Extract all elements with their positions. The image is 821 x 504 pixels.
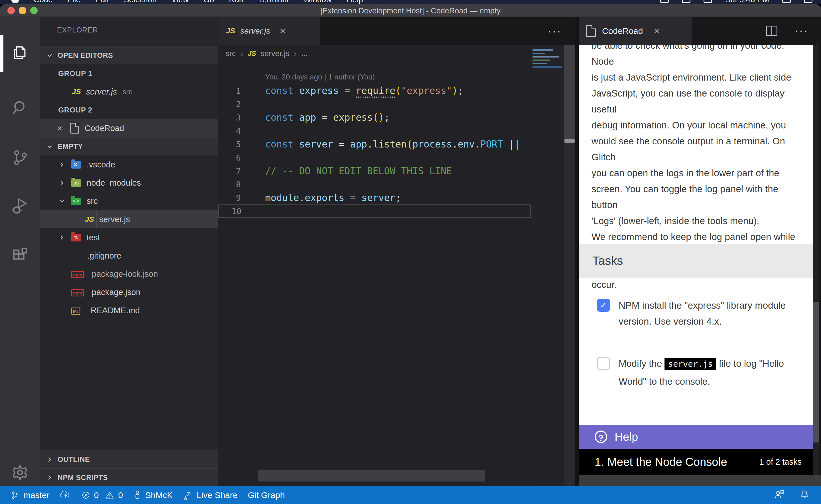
menu-item-window[interactable]: Window (303, 0, 332, 4)
code-line[interactable]: 8 (218, 178, 575, 191)
open-editors-group-2: GROUP 2 (40, 101, 218, 119)
git-graph-status[interactable]: Git Graph (248, 490, 285, 500)
panel-actions-ellipsis-icon[interactable]: ··· (795, 24, 808, 37)
tree-item-test[interactable]: ⚗ test (40, 228, 218, 247)
sync-changes-icon[interactable] (60, 490, 71, 500)
run-debug-icon[interactable] (0, 188, 40, 225)
tree-item-node-modules[interactable]: JS node_modules (40, 174, 218, 192)
code-editor[interactable]: 1const express = require("express");23co… (218, 84, 575, 218)
menubar-status-icon[interactable] (782, 0, 791, 3)
tree-item-vscode[interactable]: ✕ .vscode (40, 155, 218, 174)
menu-item-view[interactable]: View (171, 0, 189, 4)
editor-panel-divider[interactable] (575, 17, 579, 486)
menu-item-selection[interactable]: Selection (124, 0, 156, 4)
task-checkbox-checked[interactable]: ✓ (597, 299, 610, 312)
tree-indent-guide (96, 210, 97, 228)
tutorial-text-line: be able to check what's going on in your… (591, 45, 802, 69)
code-line[interactable]: 10 (218, 204, 531, 218)
npm-scripts-section-header[interactable]: NPM SCRIPTS (40, 468, 218, 486)
menu-item-help[interactable]: Help (347, 0, 363, 4)
screen: Code File Edit Selection View Go Run Ter… (0, 0, 821, 504)
tree-item-serverjs[interactable]: JS server.js (40, 210, 218, 228)
open-editor-serverjs[interactable]: JS server.js src (40, 83, 218, 101)
code-line[interactable]: 7// -- DO NOT EDIT BELOW THIS LINE (218, 164, 575, 178)
tree-item-package-lock[interactable]: npm package-lock.json (40, 265, 218, 283)
explorer-icon[interactable] (0, 35, 40, 72)
lesson-progress: 1 of 2 tasks (759, 457, 802, 467)
close-tab-icon[interactable]: × (280, 25, 286, 36)
tutorial-text-line: occur. (591, 277, 802, 293)
git-branch-status[interactable]: master (10, 490, 50, 500)
code-line[interactable]: 6 (218, 151, 575, 164)
source-control-icon[interactable] (0, 139, 40, 176)
menu-item-code[interactable]: Code (34, 0, 53, 4)
tree-item-src[interactable]: </> src (40, 192, 218, 210)
tutorial-text-line: JavaScript, you can use the console to d… (591, 85, 802, 117)
code-line[interactable]: 5const server = app.listen(process.env.P… (218, 138, 575, 151)
minimap[interactable] (531, 45, 564, 486)
task-checkbox-unchecked[interactable] (597, 357, 610, 370)
webview-file-icon (586, 25, 596, 37)
tutorial-text-line: is just a JavaScript environment. Like c… (591, 69, 802, 85)
webview-scrollbar[interactable] (813, 45, 819, 475)
coderoad-webview: be able to check what's going on in your… (579, 45, 813, 475)
code-line[interactable]: 1const express = require("express"); (218, 84, 575, 97)
editor-vertical-scrollbar[interactable] (564, 45, 575, 486)
npm-icon: npm (71, 287, 87, 297)
problems-status[interactable]: 0 0 (81, 490, 123, 500)
open-editor-coderoad[interactable]: × CodeRoad (40, 119, 218, 137)
tutorial-text-line: We recommend to keep the log panel open … (591, 229, 802, 245)
editor-horizontal-scrollbar[interactable] (258, 470, 485, 482)
split-editor-icon[interactable] (766, 26, 777, 36)
empty-project-section-header[interactable]: EMPTY (40, 137, 218, 155)
menu-item-edit[interactable]: Edit (95, 0, 109, 4)
tab-coderoad[interactable]: CodeRoad × (579, 17, 692, 45)
tutorial-text-line: debug information. On your local machine… (591, 117, 802, 133)
js-file-icon: JS (72, 87, 81, 96)
extensions-icon[interactable] (0, 237, 40, 274)
outline-section-header[interactable]: OUTLINE (40, 450, 218, 468)
editor-actions-ellipsis-icon[interactable]: ··· (548, 25, 561, 38)
panel-tab-bar: CodeRoad × ··· (579, 17, 821, 45)
menu-item-go[interactable]: Go (203, 0, 214, 4)
lesson-footer[interactable]: 1. Meet the Node Console 1 of 2 tasks (579, 449, 813, 475)
open-editors-section-header[interactable]: OPEN EDITORS (40, 46, 218, 64)
inline-code-serverjs: server.js (665, 358, 716, 370)
code-line[interactable]: 2 (218, 97, 575, 111)
menubar-status-icon[interactable] (804, 0, 812, 3)
tasks-section-header: Tasks (579, 244, 813, 278)
menubar-status-icon[interactable] (660, 0, 669, 3)
code-line[interactable]: 9module.exports = server; (218, 191, 575, 204)
live-share-status[interactable]: Live Share (183, 490, 238, 500)
close-editor-icon[interactable]: × (57, 123, 62, 134)
menubar-clock[interactable]: Sat 9:46 PM (725, 0, 769, 4)
code-line[interactable]: 4 (218, 124, 575, 138)
breadcrumb[interactable]: src › JS server.js › ... (226, 49, 308, 58)
code-line[interactable]: 3const app = express(); (218, 111, 575, 124)
notifications-bell-icon[interactable] (799, 489, 810, 502)
menu-item-run[interactable]: Run (229, 0, 244, 4)
menubar-status-icon[interactable] (682, 0, 691, 3)
gitlens-blame-annotation: You, 20 days ago | 1 author (You) (265, 73, 375, 81)
menu-item-terminal[interactable]: Terminal (258, 0, 289, 4)
lesson-title: 1. Meet the Node Console (595, 456, 727, 468)
menubar-status-icon[interactable] (704, 0, 712, 3)
window-titlebar: [Extension Development Host] - CodeRoad … (0, 4, 821, 17)
apple-menu-icon[interactable] (11, 0, 19, 3)
explorer-sidebar: EXPLORER OPEN EDITORS GROUP 1 JS server.… (40, 17, 218, 486)
menu-item-file[interactable]: File (68, 0, 80, 4)
tree-item-package-json[interactable]: npm package.json (40, 283, 218, 301)
editor-group: JS server.js × ··· src › JS server.js › … (218, 17, 575, 486)
search-icon[interactable] (0, 89, 40, 126)
close-tab-icon[interactable]: × (654, 25, 659, 36)
panel-bottom-strip (579, 475, 821, 486)
activity-bar (0, 17, 40, 486)
tab-serverjs[interactable]: JS server.js × (218, 17, 320, 45)
account-status[interactable]: ShMcK (133, 490, 173, 500)
feedback-icon[interactable] (774, 489, 785, 502)
settings-gear-icon[interactable] (0, 454, 40, 491)
help-button[interactable]: ? Help (579, 425, 813, 449)
tree-item-gitignore[interactable]: .gitignore (40, 247, 218, 265)
tree-item-readme[interactable]: M↓ README.md (40, 301, 218, 319)
question-mark-icon: ? (595, 431, 607, 443)
